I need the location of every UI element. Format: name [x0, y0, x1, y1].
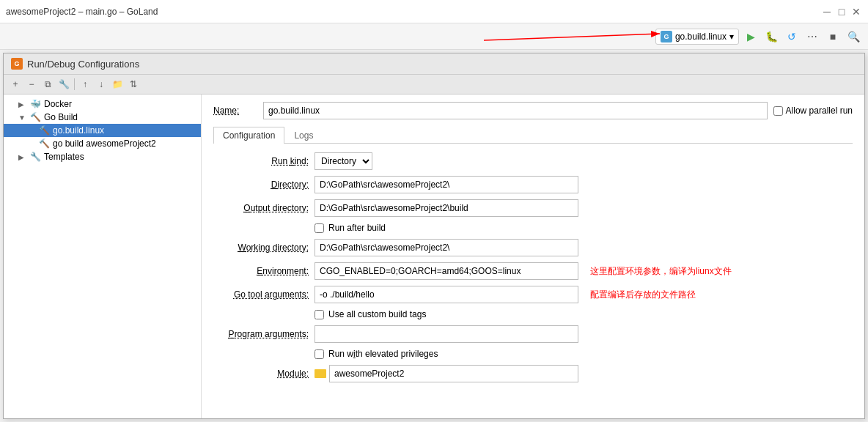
dialog-toolbar: + − ⧉ 🔧 ↑ ↓ 📁 ⇅	[4, 75, 864, 95]
program-args-row: Program arguments:	[213, 325, 853, 343]
more-button[interactable]: ⋯	[803, 28, 821, 45]
go-tool-args-note: 配置编译后存放的文件路径	[590, 289, 696, 301]
output-dir-input[interactable]	[315, 199, 578, 217]
run-config-selector[interactable]: G go.build.linux ▾	[655, 29, 739, 45]
parallel-run-checkbox[interactable]	[773, 106, 783, 116]
dialog-title: Run/Debug Configurations	[27, 59, 139, 70]
run-kind-label: Run kind:	[213, 156, 309, 166]
build-tags-row: Use all custom build tags	[213, 309, 853, 319]
directory-value	[315, 176, 578, 193]
move-down-button[interactable]: ↓	[94, 77, 108, 92]
build-tags-label: Use all custom build tags	[328, 309, 426, 319]
environment-note: 这里配置环境参数，编译为liunx文件	[590, 265, 732, 278]
tree-arrow-gobuild	[18, 114, 27, 122]
tree-item-gobuildlinux[interactable]: 🔨 go.build.linux	[4, 124, 201, 137]
module-value	[315, 365, 578, 382]
elevated-priv-label: Run with elevated privileges	[328, 349, 438, 359]
tree-item-templates[interactable]: 🔧 Templates	[4, 150, 201, 163]
parallel-run-label: Allow parallel run	[786, 106, 853, 116]
search-button[interactable]: 🔍	[845, 28, 862, 45]
config-tree: 🐳 Docker 🔨 Go Build 🔨 go.build.linux	[4, 95, 202, 418]
close-button[interactable]: ✕	[850, 6, 862, 18]
run-after-build-label: Run after build	[328, 223, 386, 233]
debug-button[interactable]: 🐛	[762, 28, 780, 45]
go-icon: G	[661, 31, 672, 42]
run-after-build-checkbox[interactable]	[315, 223, 324, 233]
working-dir-value	[315, 239, 578, 256]
dropdown-icon: ▾	[729, 32, 734, 42]
tree-label-gobuildlinux: go.build.linux	[53, 125, 104, 136]
directory-input[interactable]	[315, 176, 578, 193]
tree-item-gobuild[interactable]: 🔨 Go Build	[4, 111, 201, 124]
run-kind-value: Directory File Package	[315, 152, 578, 170]
run-debug-dialog: G Run/Debug Configurations + − ⧉ 🔧 ↑ ↓ 📁…	[3, 53, 865, 419]
config-tabs: Configuration Logs	[213, 127, 853, 144]
environment-input[interactable]	[315, 262, 578, 280]
output-dir-value	[315, 199, 578, 217]
go-tool-args-label: Go tool arguments:	[213, 289, 309, 300]
environment-value	[315, 262, 578, 280]
program-args-value	[315, 325, 578, 343]
gobuild-icon: 🔨	[30, 112, 41, 122]
go-tool-args-value	[315, 286, 578, 303]
run-after-build-row: Run after build	[213, 223, 853, 233]
elevated-priv-row: Run with elevated privileges	[213, 349, 853, 359]
maximize-button[interactable]: □	[836, 6, 847, 18]
elevated-priv-checkbox[interactable]	[315, 349, 324, 359]
tree-arrow-docker	[18, 100, 27, 108]
main-toolbar: G go.build.linux ▾ ▶ 🐛 ↺ ⋯ ■ 🔍	[0, 23, 868, 50]
parallel-run-row: Allow parallel run	[773, 106, 853, 116]
remove-config-button[interactable]: −	[24, 77, 39, 92]
build-tags-checkbox[interactable]	[315, 310, 324, 319]
module-label: Module:	[213, 369, 309, 379]
tab-configuration[interactable]: Configuration	[213, 127, 284, 144]
tree-label-gobuild: Go Build	[44, 112, 78, 122]
rerun-button[interactable]: ↺	[783, 28, 801, 45]
window-controls: ─ □ ✕	[821, 6, 862, 18]
tree-label-gobuildawesome: go build awesomeProject2	[53, 138, 156, 149]
folder-button[interactable]: 📁	[110, 77, 125, 92]
go-tool-args-row: Go tool arguments: 配置编译后存放的文件路径	[213, 286, 853, 303]
stop-button[interactable]: ■	[824, 28, 842, 45]
module-input[interactable]	[329, 365, 578, 382]
name-label: Name:	[213, 106, 257, 116]
program-args-label: Program arguments:	[213, 329, 309, 339]
program-args-input[interactable]	[315, 325, 578, 343]
run-kind-select[interactable]: Directory File Package	[315, 152, 372, 170]
go-tool-args-input[interactable]	[315, 286, 578, 303]
run-button[interactable]: ▶	[742, 28, 760, 45]
templates-icon: 🔧	[30, 152, 41, 162]
add-config-button[interactable]: +	[8, 77, 23, 92]
working-dir-label: Working directory:	[213, 243, 309, 253]
title-bar: awesomeProject2 – main.go – GoLand ─ □ ✕	[0, 0, 868, 23]
tree-label-templates: Templates	[44, 152, 84, 162]
dialog-header: G Run/Debug Configurations	[4, 53, 864, 75]
move-up-button[interactable]: ↑	[78, 77, 92, 92]
tree-arrow-templates	[18, 153, 27, 161]
edit-config-button[interactable]: 🔧	[56, 77, 71, 92]
tree-label-docker: Docker	[44, 99, 72, 109]
main-content: G Run/Debug Configurations + − ⧉ 🔧 ↑ ↓ 📁…	[0, 50, 868, 422]
directory-row: Directory:	[213, 176, 853, 193]
output-dir-label: Output directory:	[213, 203, 309, 213]
sort-button[interactable]: ⇅	[126, 77, 141, 92]
run-kind-row: Run kind: Directory File Package	[213, 152, 853, 170]
tab-logs[interactable]: Logs	[284, 127, 323, 144]
docker-icon: 🐳	[30, 99, 41, 109]
run-config-label: go.build.linux	[675, 32, 727, 42]
module-row: Module:	[213, 365, 853, 382]
copy-config-button[interactable]: ⧉	[40, 77, 55, 92]
dialog-icon: G	[11, 58, 23, 70]
minimize-button[interactable]: ─	[821, 6, 833, 18]
toolbar-separator	[74, 78, 75, 90]
directory-label: Directory:	[213, 179, 309, 190]
title-text: awesomeProject2 – main.go – GoLand	[6, 7, 158, 17]
config-panel: Name: Allow parallel run Configuration L…	[202, 95, 864, 418]
name-input[interactable]	[263, 102, 768, 119]
gobuildlinux-icon: 🔨	[39, 125, 50, 136]
dialog-body: 🐳 Docker 🔨 Go Build 🔨 go.build.linux	[4, 95, 864, 418]
working-dir-row: Working directory:	[213, 239, 853, 256]
working-dir-input[interactable]	[315, 239, 578, 256]
tree-item-gobuildawesome[interactable]: 🔨 go build awesomeProject2	[4, 137, 201, 150]
tree-item-docker[interactable]: 🐳 Docker	[4, 97, 201, 111]
